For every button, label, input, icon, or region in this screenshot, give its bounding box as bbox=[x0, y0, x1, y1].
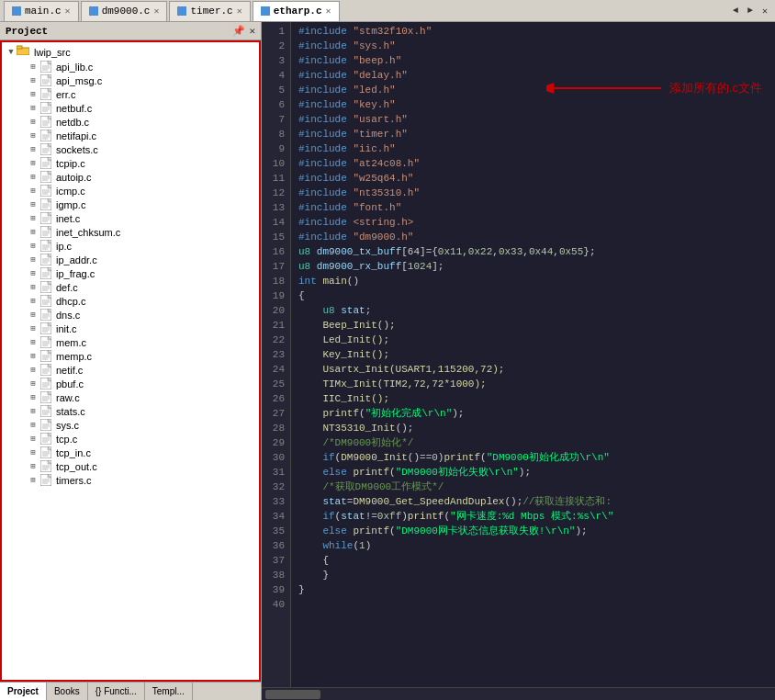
tab-main-label: main.c bbox=[25, 6, 62, 17]
file-expand-icon[interactable]: ⊞ bbox=[28, 254, 39, 265]
bottom-tab-functi[interactable]: {} Functi... bbox=[88, 683, 145, 700]
file-expand-icon[interactable]: ⊞ bbox=[28, 158, 39, 169]
tree-file-row[interactable]: ⊞ netif.c bbox=[2, 363, 259, 377]
file-expand-icon[interactable]: ⊞ bbox=[28, 227, 39, 238]
file-expand-icon[interactable]: ⊞ bbox=[28, 434, 39, 445]
tree-file-row[interactable]: ⊞ ip_frag.c bbox=[2, 266, 259, 280]
tree-file-row[interactable]: ⊞ def.c bbox=[2, 280, 259, 294]
root-expand-icon[interactable]: ▼ bbox=[6, 47, 17, 58]
tree-file-row[interactable]: ⊞ netbuf.c bbox=[2, 101, 259, 115]
tree-file-row[interactable]: ⊞ ip.c bbox=[2, 239, 259, 253]
code-editor[interactable]: 添加所有的.c文件 123456789101112131415161718192… bbox=[262, 22, 775, 700]
file-expand-icon[interactable]: ⊞ bbox=[28, 475, 39, 486]
file-label: ip_addr.c bbox=[53, 254, 97, 265]
tab-close-all[interactable]: ✕ bbox=[758, 6, 771, 17]
file-expand-icon[interactable]: ⊞ bbox=[28, 282, 39, 293]
code-line: Led_Init(); bbox=[298, 333, 768, 347]
tree-file-row[interactable]: ⊞ autoip.c bbox=[2, 170, 259, 184]
code-line: Beep_Init(); bbox=[298, 318, 768, 333]
tab-main-close[interactable]: ✕ bbox=[65, 6, 71, 17]
tree-file-row[interactable]: ⊞ ip_addr.c bbox=[2, 253, 259, 266]
horizontal-scrollbar[interactable] bbox=[262, 687, 775, 700]
tree-file-row[interactable]: ⊞ tcp_out.c bbox=[2, 459, 259, 473]
file-expand-icon[interactable]: ⊞ bbox=[28, 199, 39, 210]
tree-file-row[interactable]: ⊞ api_msg.c bbox=[2, 73, 259, 87]
tab-main-c[interactable]: main.c ✕ bbox=[4, 1, 79, 21]
file-doc-icon bbox=[40, 474, 51, 486]
tab-scroll-right[interactable]: ► bbox=[744, 6, 757, 17]
tab-timer-close[interactable]: ✕ bbox=[237, 6, 242, 17]
tab-scroll-left[interactable]: ◄ bbox=[729, 6, 742, 17]
file-expand-icon[interactable]: ⊞ bbox=[28, 323, 39, 334]
file-expand-icon[interactable]: ⊞ bbox=[28, 365, 39, 376]
tree-file-row[interactable]: ⊞ dhcp.c bbox=[2, 294, 259, 308]
file-expand-icon[interactable]: ⊞ bbox=[28, 172, 39, 183]
file-expand-icon[interactable]: ⊞ bbox=[28, 268, 39, 279]
tree-file-row[interactable]: ⊞ timers.c bbox=[2, 473, 259, 487]
file-expand-icon[interactable]: ⊞ bbox=[28, 296, 39, 307]
tab-dm9000-c[interactable]: dm9000.c ✕ bbox=[81, 1, 168, 21]
file-expand-icon[interactable]: ⊞ bbox=[28, 392, 39, 403]
tree-file-row[interactable]: ⊞ igmp.c bbox=[2, 198, 259, 211]
code-line: #include "beep.h" bbox=[298, 53, 768, 68]
bottom-tab-books[interactable]: Books bbox=[47, 683, 88, 700]
file-expand-icon[interactable]: ⊞ bbox=[28, 310, 39, 321]
file-expand-icon[interactable]: ⊞ bbox=[28, 117, 39, 128]
file-expand-icon[interactable]: ⊞ bbox=[28, 62, 39, 73]
tree-root-item[interactable]: ▼ lwip_src bbox=[2, 44, 259, 60]
file-expand-icon[interactable]: ⊞ bbox=[28, 447, 39, 458]
tree-file-row[interactable]: ⊞ netifapi.c bbox=[2, 129, 259, 142]
code-content-area[interactable]: 1234567891011121314151617181920212223242… bbox=[262, 22, 775, 687]
tree-file-row[interactable]: ⊞ pbuf.c bbox=[2, 377, 259, 390]
tree-file-row[interactable]: ⊞ sockets.c bbox=[2, 142, 259, 156]
tree-file-row[interactable]: ⊞ memp.c bbox=[2, 349, 259, 363]
tree-file-row[interactable]: ⊞ sys.c bbox=[2, 418, 259, 432]
code-line: #include "iic.h" bbox=[298, 141, 768, 156]
project-tree[interactable]: ▼ lwip_src ⊞ bbox=[0, 40, 261, 682]
file-expand-icon[interactable]: ⊞ bbox=[28, 144, 39, 155]
tree-file-row[interactable]: ⊞ tcp_in.c bbox=[2, 446, 259, 459]
tree-file-row[interactable]: ⊞ netdb.c bbox=[2, 115, 259, 129]
tree-file-row[interactable]: ⊞ icmp.c bbox=[2, 184, 259, 198]
tree-file-row[interactable]: ⊞ tcpip.c bbox=[2, 156, 259, 170]
tree-file-row[interactable]: ⊞ inet_chksum.c bbox=[2, 225, 259, 239]
file-expand-icon[interactable]: ⊞ bbox=[28, 75, 39, 86]
file-expand-icon[interactable]: ⊞ bbox=[28, 186, 39, 197]
tab-etharp-close[interactable]: ✕ bbox=[326, 6, 331, 17]
file-expand-icon[interactable]: ⊞ bbox=[28, 420, 39, 431]
tab-timer-c[interactable]: timer.c ✕ bbox=[169, 1, 250, 21]
code-line: u8 stat; bbox=[298, 303, 768, 318]
file-doc-icon bbox=[40, 405, 51, 417]
file-label: ip_frag.c bbox=[53, 268, 95, 279]
file-label: timers.c bbox=[53, 475, 92, 486]
tree-file-row[interactable]: ⊞ mem.c bbox=[2, 335, 259, 349]
file-expand-icon[interactable]: ⊞ bbox=[28, 89, 39, 100]
tree-file-row[interactable]: ⊞ tcp.c bbox=[2, 432, 259, 446]
panel-pin-icon[interactable]: 📌 bbox=[232, 25, 245, 37]
tab-etharp-c[interactable]: etharp.c ✕ bbox=[253, 1, 340, 21]
file-expand-icon[interactable]: ⊞ bbox=[28, 103, 39, 114]
file-expand-icon[interactable]: ⊞ bbox=[28, 337, 39, 348]
file-expand-icon[interactable]: ⊞ bbox=[28, 406, 39, 417]
file-expand-icon[interactable]: ⊞ bbox=[28, 378, 39, 390]
file-expand-icon[interactable]: ⊞ bbox=[28, 130, 39, 141]
tree-file-row[interactable]: ⊞ api_lib.c bbox=[2, 60, 259, 73]
file-expand-icon[interactable]: ⊞ bbox=[28, 461, 39, 472]
file-label: mem.c bbox=[53, 337, 86, 348]
tab-dm9000-close[interactable]: ✕ bbox=[153, 6, 159, 17]
tree-file-row[interactable]: ⊞ stats.c bbox=[2, 404, 259, 418]
folder-icon bbox=[17, 45, 29, 55]
tree-file-row[interactable]: ⊞ raw.c bbox=[2, 390, 259, 404]
bottom-tab-templ[interactable]: Templ... bbox=[145, 683, 193, 700]
file-expand-icon[interactable]: ⊞ bbox=[28, 213, 39, 224]
panel-close-icon[interactable]: ✕ bbox=[249, 25, 255, 37]
file-expand-icon[interactable]: ⊞ bbox=[28, 351, 39, 362]
horizontal-scrollbar-thumb[interactable] bbox=[265, 690, 320, 699]
tree-file-row[interactable]: ⊞ init.c bbox=[2, 322, 259, 335]
code-line: #include "usart.h" bbox=[298, 112, 768, 127]
tree-file-row[interactable]: ⊞ err.c bbox=[2, 87, 259, 101]
file-expand-icon[interactable]: ⊞ bbox=[28, 241, 39, 252]
tree-file-row[interactable]: ⊞ dns.c bbox=[2, 308, 259, 322]
bottom-tab-project[interactable]: Project bbox=[0, 683, 47, 700]
tree-file-row[interactable]: ⊞ inet.c bbox=[2, 211, 259, 225]
